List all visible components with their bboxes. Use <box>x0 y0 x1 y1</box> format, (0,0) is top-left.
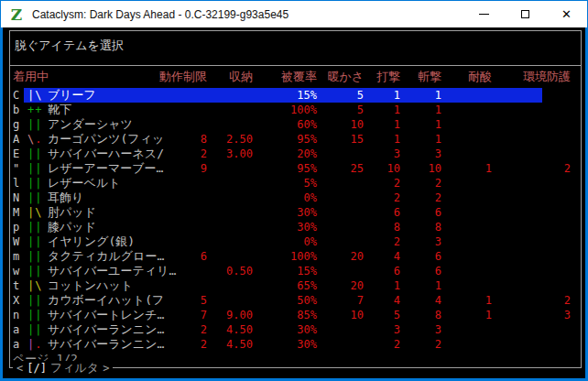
item-warmth <box>322 322 364 337</box>
item-row[interactable]: a |. サバイバーランニン… 2 4.50 30% 2 2 <box>3 337 585 352</box>
item-row[interactable]: a || サバイバーランニン… 2 4.50 30% 3 3 <box>3 322 585 337</box>
item-bash: 1 <box>369 103 400 117</box>
item-cut: 3 <box>409 147 441 161</box>
item-storage <box>212 293 253 308</box>
item-symbol-icon: |\ <box>27 278 46 293</box>
item-cut: 1 <box>409 117 441 132</box>
item-encumbrance: 2 <box>131 147 207 161</box>
item-symbol-icon: |\ <box>27 205 46 220</box>
item-invlet: E <box>13 147 24 161</box>
minimize-icon <box>479 14 489 15</box>
item-env <box>497 249 571 264</box>
item-row[interactable]: " || レザーアーマーブー… 9 95% 25 10 10 1 2 <box>3 161 585 176</box>
item-storage: 4.50 <box>212 337 253 352</box>
app-window: Z Cataclysm: Dark Days Ahead - 0.C-32199… <box>0 0 588 381</box>
item-encumbrance <box>131 88 207 103</box>
item-row[interactable]: t |\ コットンハット 65% 20 1 1 <box>3 278 585 293</box>
item-row[interactable]: n || サバイバートレンチ… 7 9.00 85% 10 5 8 1 3 <box>3 308 585 322</box>
item-cut: 2 <box>409 190 441 205</box>
minimize-button[interactable] <box>463 1 505 27</box>
item-row[interactable]: p || 膝パッド 30% 8 8 <box>3 220 585 234</box>
item-env <box>497 234 571 249</box>
item-warmth <box>322 147 364 161</box>
item-bash: 6 <box>369 205 400 220</box>
item-invlet: " <box>13 161 24 176</box>
menu-title: 脱ぐアイテムを選択 <box>15 38 124 54</box>
item-acid <box>451 205 492 220</box>
item-invlet: W <box>13 234 24 249</box>
item-invlet: a <box>13 337 24 352</box>
item-symbol-icon: || <box>27 322 46 337</box>
item-bash: 8 <box>369 220 400 234</box>
item-symbol-icon: || <box>27 220 46 234</box>
item-coverage: 30% <box>258 322 317 337</box>
item-row[interactable]: W || イヤリング(銀) 0% 2 3 <box>3 234 585 249</box>
app-icon: Z <box>8 6 25 23</box>
item-invlet: t <box>13 278 24 293</box>
item-cut: 3 <box>409 234 441 249</box>
item-env <box>497 117 571 132</box>
item-bash: 1 <box>369 88 400 103</box>
item-row[interactable]: X || カウボーイハット(フ 5 50% 7 4 4 1 2 <box>3 293 585 308</box>
item-coverage: 95% <box>258 132 317 147</box>
item-row[interactable]: w || サバイバーユーティリ… 0.50 15% 6 6 <box>3 264 585 278</box>
item-row[interactable]: C |\ ブリーフ 15% 5 1 1 <box>3 88 585 103</box>
item-row[interactable]: g || アンダーシャツ 60% 10 1 1 <box>3 117 585 132</box>
item-env: 2 <box>497 293 571 308</box>
item-warmth <box>322 220 364 234</box>
item-encumbrance <box>131 205 207 220</box>
item-invlet: w <box>13 264 24 278</box>
item-row[interactable]: A \. カーゴパンツ(フィッ 8 2.50 95% 15 1 1 <box>3 132 585 147</box>
item-coverage: 0% <box>258 190 317 205</box>
item-row[interactable]: E || サバイバーハーネス/ 2 3.00 20% 3 3 <box>3 147 585 161</box>
item-coverage: 95% <box>258 161 317 176</box>
item-invlet: C <box>13 88 24 103</box>
item-env <box>497 147 571 161</box>
close-button[interactable]: ✕ <box>546 1 587 27</box>
item-cut: 1 <box>409 132 441 147</box>
item-row[interactable]: M |\ 肘パッド 30% 6 6 <box>3 205 585 220</box>
item-row[interactable]: l || レザーベルト 5% 2 2 <box>3 176 585 190</box>
item-invlet: X <box>13 293 24 308</box>
item-env <box>497 278 571 293</box>
item-row[interactable]: m || タクティカルグロー… 6 100% 20 4 6 <box>3 249 585 264</box>
filter-label: フィルタ <box>50 361 99 376</box>
item-warmth: 10 <box>322 308 364 322</box>
item-env <box>497 337 571 352</box>
item-acid <box>451 234 492 249</box>
item-storage <box>212 176 253 190</box>
item-bash: 3 <box>369 322 400 337</box>
item-env <box>497 132 571 147</box>
item-env <box>497 176 571 190</box>
item-cut: 6 <box>409 205 441 220</box>
item-cut: 1 <box>409 278 441 293</box>
item-cut: 6 <box>409 264 441 278</box>
item-bash: 2 <box>369 190 400 205</box>
item-warmth <box>322 337 364 352</box>
item-warmth <box>322 176 364 190</box>
item-env: 2 <box>497 161 571 176</box>
maximize-button[interactable] <box>505 1 546 27</box>
item-cut: 2 <box>409 337 441 352</box>
item-invlet: a <box>13 322 24 337</box>
item-invlet: b <box>13 103 24 117</box>
item-env <box>497 103 571 117</box>
item-encumbrance <box>131 103 207 117</box>
item-cut: 2 <box>409 176 441 190</box>
item-symbol-icon: |. <box>27 337 46 352</box>
item-warmth <box>322 234 364 249</box>
item-env <box>497 322 571 337</box>
item-symbol-icon: \. <box>27 132 46 147</box>
filter-keybind: [/] <box>27 361 47 376</box>
item-encumbrance: 2 <box>131 337 207 352</box>
item-symbol-icon: || <box>27 293 46 308</box>
item-symbol-icon: |\ <box>27 88 46 103</box>
item-row[interactable]: b ++ 靴下 100% 5 1 1 <box>3 103 585 117</box>
item-warmth: 25 <box>322 161 364 176</box>
item-acid <box>451 337 492 352</box>
item-coverage: 100% <box>258 103 317 117</box>
item-coverage: 65% <box>258 278 317 293</box>
item-row[interactable]: N || 耳飾り 0% 2 2 <box>3 190 585 205</box>
item-acid <box>451 278 492 293</box>
item-acid <box>451 88 492 103</box>
